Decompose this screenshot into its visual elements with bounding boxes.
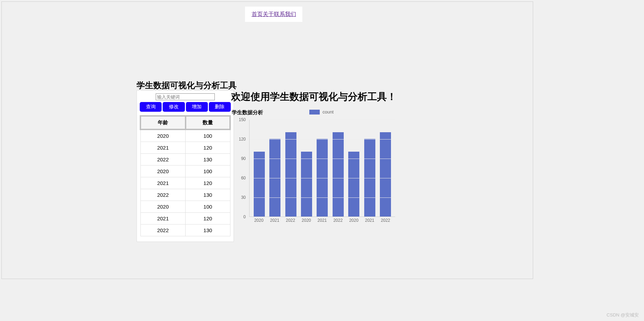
grid-line — [250, 120, 395, 120]
chart-legend: count — [309, 109, 334, 115]
search-wrap — [137, 91, 234, 102]
x-tick-label: 2021 — [269, 218, 280, 223]
table-row: 2021120 — [140, 213, 230, 225]
table-header-row: 年龄 数量 — [140, 116, 230, 129]
x-tick-label: 2020 — [301, 218, 312, 223]
watermark: CSDN @安城安 — [606, 312, 639, 318]
bars-container — [250, 120, 395, 217]
table-row: 2020100 — [140, 166, 230, 177]
y-axis: 0306090120150 — [232, 120, 249, 217]
grid-line — [250, 197, 395, 198]
top-nav: 首页关于联系我们 — [245, 7, 302, 22]
table-row: 2020100 — [140, 129, 230, 142]
x-tick-label: 2022 — [333, 218, 344, 223]
x-tick-label: 2020 — [253, 218, 264, 223]
cell-age: 2022 — [140, 225, 186, 236]
cell-age: 2022 — [140, 154, 186, 166]
x-tick-label: 2020 — [348, 218, 359, 223]
main-frame: 首页关于联系我们 学生数据可视化与分析工具 查询 修改 增加 删除 年龄 数量 … — [1, 1, 533, 279]
chart-section-title: 学生数据分析 — [232, 109, 263, 116]
cell-age: 2021 — [140, 142, 186, 154]
cell-count: 100 — [186, 129, 230, 142]
bar — [285, 132, 296, 217]
data-table: 年龄 数量 2020100202112020221302020100202112… — [140, 115, 231, 236]
cell-age: 2021 — [140, 213, 186, 225]
cell-count: 130 — [186, 189, 230, 201]
nav-link[interactable]: 关于 — [263, 11, 274, 17]
x-tick-label: 2021 — [317, 218, 328, 223]
bar — [348, 152, 359, 217]
grid-line — [250, 159, 395, 159]
x-tick-label: 2022 — [285, 218, 296, 223]
table-row: 2021120 — [140, 177, 230, 189]
welcome-heading: 欢迎使用学生数据可视化与分析工具！ — [231, 90, 397, 103]
query-button[interactable]: 查询 — [140, 102, 162, 112]
bar — [269, 139, 280, 217]
table-row: 2020100 — [140, 201, 230, 213]
plot-area — [249, 120, 395, 217]
y-tick-label: 60 — [241, 176, 246, 180]
cell-age: 2022 — [140, 189, 186, 201]
x-tick-label: 2021 — [364, 218, 375, 223]
table-row: 2022130 — [140, 154, 230, 166]
bar — [301, 152, 312, 217]
cell-age: 2020 — [140, 129, 186, 142]
legend-label: count — [323, 109, 334, 115]
bar — [254, 152, 265, 217]
bar — [380, 132, 391, 217]
y-tick-label: 90 — [241, 156, 246, 161]
y-tick-label: 120 — [239, 137, 246, 142]
grid-line — [250, 139, 395, 140]
grid-line — [250, 178, 395, 178]
cell-count: 130 — [186, 154, 230, 166]
nav-link[interactable]: 首页 — [252, 11, 263, 17]
cell-age: 2020 — [140, 166, 186, 177]
y-tick-label: 150 — [239, 117, 246, 122]
bar-chart: 0306090120150 20202021202220202021202220… — [232, 120, 395, 227]
nav-link[interactable]: 联系我们 — [274, 11, 296, 17]
cell-count: 120 — [186, 177, 230, 189]
button-row: 查询 修改 增加 删除 — [137, 102, 234, 115]
table-row: 2022130 — [140, 225, 230, 236]
y-tick-label: 30 — [241, 195, 246, 200]
x-axis-labels: 202020212022202020212022202020212022 — [249, 218, 395, 223]
cell-count: 100 — [186, 166, 230, 177]
modify-button[interactable]: 修改 — [163, 102, 185, 112]
cell-count: 130 — [186, 225, 230, 236]
cell-age: 2021 — [140, 177, 186, 189]
cell-count: 100 — [186, 201, 230, 213]
bar — [364, 139, 375, 217]
bar — [317, 139, 328, 217]
y-tick-label: 0 — [243, 214, 246, 219]
page-title: 学生数据可视化与分析工具 — [137, 80, 237, 91]
x-tick-label: 2022 — [380, 218, 391, 223]
cell-count: 120 — [186, 142, 230, 154]
add-button[interactable]: 增加 — [186, 102, 208, 112]
cell-count: 120 — [186, 213, 230, 225]
header-count: 数量 — [186, 116, 230, 129]
bar — [333, 132, 344, 217]
control-panel: 查询 修改 增加 删除 年龄 数量 2020100202112020221302… — [137, 90, 234, 242]
table-row: 2021120 — [140, 142, 230, 154]
search-input[interactable] — [156, 93, 215, 100]
table-row: 2022130 — [140, 189, 230, 201]
legend-swatch — [309, 110, 320, 115]
header-age: 年龄 — [140, 116, 186, 129]
delete-button[interactable]: 删除 — [209, 102, 231, 112]
cell-age: 2020 — [140, 201, 186, 213]
